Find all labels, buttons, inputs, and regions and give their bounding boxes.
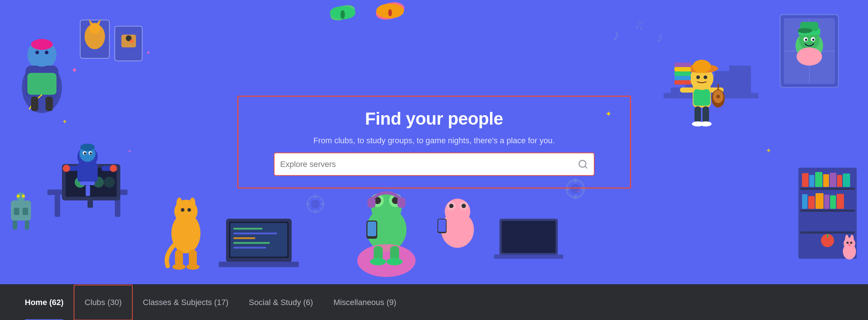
app-container: ✦ ✦ ✦ ✦	[0, 0, 868, 320]
tab-bar: Home (62) Clubs (30) Classes & Subjects …	[0, 284, 868, 320]
hero-title: Find your people	[365, 109, 503, 129]
tab-social[interactable]: Social & Study (6)	[239, 285, 323, 320]
tab-home[interactable]: Home (62)	[15, 285, 74, 320]
hero-subtitle: From clubs, to study groups, to game nig…	[313, 136, 554, 145]
search-icon	[578, 159, 588, 169]
hero-content-box: Find your people From clubs, to study gr…	[237, 96, 631, 189]
search-input[interactable]	[280, 153, 578, 175]
hero-banner: ✦ ✦ ✦ ✦	[0, 0, 868, 284]
tab-classes[interactable]: Classes & Subjects (17)	[133, 285, 239, 320]
tab-misc[interactable]: Miscellaneous (9)	[323, 285, 406, 320]
search-box	[274, 153, 595, 176]
tab-clubs[interactable]: Clubs (30)	[74, 285, 132, 320]
svg-line-194	[585, 166, 587, 168]
